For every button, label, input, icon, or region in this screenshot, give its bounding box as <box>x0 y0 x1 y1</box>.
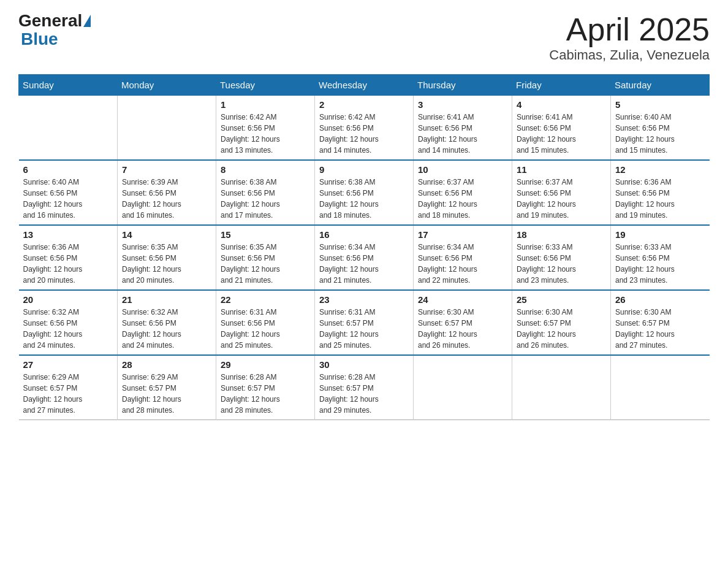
day-info: Sunrise: 6:34 AM Sunset: 6:56 PM Dayligh… <box>319 242 409 286</box>
calendar-week-row: 13Sunrise: 6:36 AM Sunset: 6:56 PM Dayli… <box>19 225 710 290</box>
day-info: Sunrise: 6:34 AM Sunset: 6:56 PM Dayligh… <box>418 242 507 286</box>
day-info: Sunrise: 6:28 AM Sunset: 6:57 PM Dayligh… <box>319 372 409 416</box>
calendar-cell: 26Sunrise: 6:30 AM Sunset: 6:57 PM Dayli… <box>611 290 710 355</box>
calendar-cell: 7Sunrise: 6:39 AM Sunset: 6:56 PM Daylig… <box>118 160 216 225</box>
calendar-week-row: 27Sunrise: 6:29 AM Sunset: 6:57 PM Dayli… <box>19 355 710 420</box>
day-info: Sunrise: 6:39 AM Sunset: 6:56 PM Dayligh… <box>122 177 211 221</box>
day-number: 9 <box>319 164 409 175</box>
column-header-wednesday: Wednesday <box>315 75 414 96</box>
day-info: Sunrise: 6:29 AM Sunset: 6:57 PM Dayligh… <box>23 372 113 416</box>
column-header-monday: Monday <box>118 75 216 96</box>
calendar-cell: 19Sunrise: 6:33 AM Sunset: 6:56 PM Dayli… <box>611 225 710 290</box>
day-number: 18 <box>517 229 606 240</box>
calendar-cell <box>19 96 118 161</box>
calendar-cell: 1Sunrise: 6:42 AM Sunset: 6:56 PM Daylig… <box>216 96 315 161</box>
day-number: 29 <box>221 359 310 370</box>
column-header-sunday: Sunday <box>19 75 118 96</box>
calendar-cell: 24Sunrise: 6:30 AM Sunset: 6:57 PM Dayli… <box>414 290 512 355</box>
day-number: 24 <box>418 294 507 305</box>
calendar-cell: 22Sunrise: 6:31 AM Sunset: 6:56 PM Dayli… <box>216 290 315 355</box>
day-number: 15 <box>221 229 310 240</box>
calendar-week-row: 1Sunrise: 6:42 AM Sunset: 6:56 PM Daylig… <box>19 96 710 161</box>
calendar-subtitle: Cabimas, Zulia, Venezuela <box>549 47 710 63</box>
calendar-cell: 5Sunrise: 6:40 AM Sunset: 6:56 PM Daylig… <box>611 96 710 161</box>
calendar-week-row: 20Sunrise: 6:32 AM Sunset: 6:56 PM Dayli… <box>19 290 710 355</box>
calendar-title: April 2025 <box>549 12 710 47</box>
day-number: 26 <box>615 294 705 305</box>
day-info: Sunrise: 6:32 AM Sunset: 6:56 PM Dayligh… <box>23 307 113 351</box>
day-info: Sunrise: 6:32 AM Sunset: 6:56 PM Dayligh… <box>122 307 211 351</box>
day-info: Sunrise: 6:33 AM Sunset: 6:56 PM Dayligh… <box>517 242 606 286</box>
column-header-friday: Friday <box>512 75 611 96</box>
day-info: Sunrise: 6:31 AM Sunset: 6:56 PM Dayligh… <box>221 307 310 351</box>
calendar-table: SundayMondayTuesdayWednesdayThursdayFrid… <box>18 74 710 420</box>
day-number: 16 <box>319 229 409 240</box>
calendar-week-row: 6Sunrise: 6:40 AM Sunset: 6:56 PM Daylig… <box>19 160 710 225</box>
title-block: April 2025 Cabimas, Zulia, Venezuela <box>549 12 710 63</box>
calendar-header-row: SundayMondayTuesdayWednesdayThursdayFrid… <box>19 75 710 96</box>
day-number: 28 <box>122 359 211 370</box>
day-number: 8 <box>221 164 310 175</box>
day-info: Sunrise: 6:36 AM Sunset: 6:56 PM Dayligh… <box>615 177 705 221</box>
calendar-cell <box>512 355 611 420</box>
day-number: 11 <box>517 164 606 175</box>
day-number: 5 <box>615 99 705 110</box>
day-info: Sunrise: 6:35 AM Sunset: 6:56 PM Dayligh… <box>122 242 211 286</box>
day-number: 22 <box>221 294 310 305</box>
calendar-cell: 28Sunrise: 6:29 AM Sunset: 6:57 PM Dayli… <box>118 355 216 420</box>
day-number: 25 <box>517 294 606 305</box>
calendar-cell: 16Sunrise: 6:34 AM Sunset: 6:56 PM Dayli… <box>315 225 414 290</box>
calendar-cell: 8Sunrise: 6:38 AM Sunset: 6:56 PM Daylig… <box>216 160 315 225</box>
day-info: Sunrise: 6:30 AM Sunset: 6:57 PM Dayligh… <box>517 307 606 351</box>
calendar-cell <box>611 355 710 420</box>
day-info: Sunrise: 6:40 AM Sunset: 6:56 PM Dayligh… <box>23 177 113 221</box>
logo-general-text: General <box>18 12 82 29</box>
calendar-cell: 10Sunrise: 6:37 AM Sunset: 6:56 PM Dayli… <box>414 160 512 225</box>
column-header-saturday: Saturday <box>611 75 710 96</box>
logo-blue-text: Blue <box>21 29 58 48</box>
day-info: Sunrise: 6:38 AM Sunset: 6:56 PM Dayligh… <box>319 177 409 221</box>
day-info: Sunrise: 6:30 AM Sunset: 6:57 PM Dayligh… <box>418 307 507 351</box>
day-info: Sunrise: 6:35 AM Sunset: 6:56 PM Dayligh… <box>221 242 310 286</box>
day-number: 23 <box>319 294 409 305</box>
day-number: 19 <box>615 229 705 240</box>
logo-triangle-icon <box>83 15 91 27</box>
day-info: Sunrise: 6:37 AM Sunset: 6:56 PM Dayligh… <box>418 177 507 221</box>
day-number: 30 <box>319 359 409 370</box>
calendar-cell: 21Sunrise: 6:32 AM Sunset: 6:56 PM Dayli… <box>118 290 216 355</box>
day-number: 4 <box>517 99 606 110</box>
calendar-cell: 20Sunrise: 6:32 AM Sunset: 6:56 PM Dayli… <box>19 290 118 355</box>
column-header-thursday: Thursday <box>414 75 512 96</box>
day-info: Sunrise: 6:40 AM Sunset: 6:56 PM Dayligh… <box>615 112 705 156</box>
day-info: Sunrise: 6:30 AM Sunset: 6:57 PM Dayligh… <box>615 307 705 351</box>
day-info: Sunrise: 6:36 AM Sunset: 6:56 PM Dayligh… <box>23 242 113 286</box>
day-info: Sunrise: 6:42 AM Sunset: 6:56 PM Dayligh… <box>319 112 409 156</box>
day-number: 13 <box>23 229 113 240</box>
calendar-cell: 14Sunrise: 6:35 AM Sunset: 6:56 PM Dayli… <box>118 225 216 290</box>
calendar-cell: 25Sunrise: 6:30 AM Sunset: 6:57 PM Dayli… <box>512 290 611 355</box>
day-number: 12 <box>615 164 705 175</box>
day-number: 1 <box>221 99 310 110</box>
calendar-cell <box>414 355 512 420</box>
day-number: 27 <box>23 359 113 370</box>
day-number: 6 <box>23 164 113 175</box>
calendar-cell: 15Sunrise: 6:35 AM Sunset: 6:56 PM Dayli… <box>216 225 315 290</box>
day-number: 17 <box>418 229 507 240</box>
day-number: 10 <box>418 164 507 175</box>
day-info: Sunrise: 6:37 AM Sunset: 6:56 PM Dayligh… <box>517 177 606 221</box>
day-info: Sunrise: 6:29 AM Sunset: 6:57 PM Dayligh… <box>122 372 211 416</box>
day-number: 20 <box>23 294 113 305</box>
day-info: Sunrise: 6:41 AM Sunset: 6:56 PM Dayligh… <box>418 112 507 156</box>
day-info: Sunrise: 6:41 AM Sunset: 6:56 PM Dayligh… <box>517 112 606 156</box>
calendar-cell: 9Sunrise: 6:38 AM Sunset: 6:56 PM Daylig… <box>315 160 414 225</box>
calendar-cell: 23Sunrise: 6:31 AM Sunset: 6:57 PM Dayli… <box>315 290 414 355</box>
day-info: Sunrise: 6:33 AM Sunset: 6:56 PM Dayligh… <box>615 242 705 286</box>
day-info: Sunrise: 6:38 AM Sunset: 6:56 PM Dayligh… <box>221 177 310 221</box>
calendar-cell: 2Sunrise: 6:42 AM Sunset: 6:56 PM Daylig… <box>315 96 414 161</box>
calendar-cell: 18Sunrise: 6:33 AM Sunset: 6:56 PM Dayli… <box>512 225 611 290</box>
calendar-cell: 29Sunrise: 6:28 AM Sunset: 6:57 PM Dayli… <box>216 355 315 420</box>
calendar-cell: 17Sunrise: 6:34 AM Sunset: 6:56 PM Dayli… <box>414 225 512 290</box>
calendar-cell: 13Sunrise: 6:36 AM Sunset: 6:56 PM Dayli… <box>19 225 118 290</box>
day-number: 3 <box>418 99 507 110</box>
calendar-cell: 3Sunrise: 6:41 AM Sunset: 6:56 PM Daylig… <box>414 96 512 161</box>
